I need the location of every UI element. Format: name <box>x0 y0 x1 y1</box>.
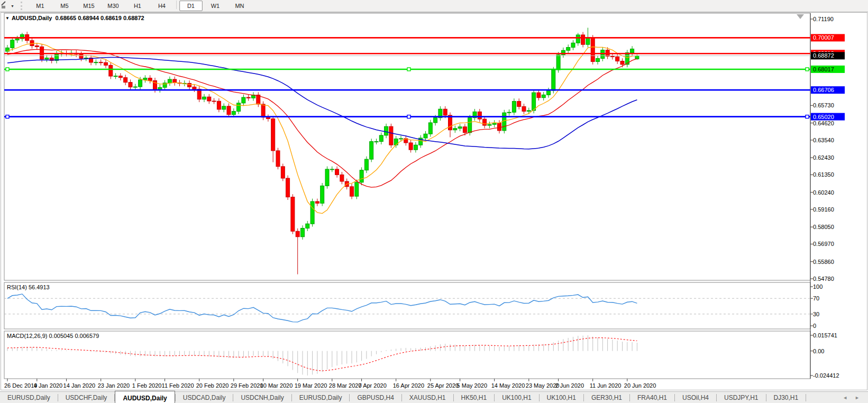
chart-tab-xauusd-h1[interactable]: XAUUSD,H1 <box>402 392 453 403</box>
svg-text:1 Feb 2020: 1 Feb 2020 <box>132 382 162 389</box>
chart-tab-hk50-h1[interactable]: HK50,H1 <box>454 392 495 403</box>
chart-tab-uk100-h1[interactable]: UK100,H1 <box>540 392 583 403</box>
svg-text:0: 0 <box>813 323 816 329</box>
svg-text:0.68017: 0.68017 <box>813 66 834 72</box>
svg-text:0.64620: 0.64620 <box>813 120 834 126</box>
svg-text:0.015741: 0.015741 <box>813 332 837 338</box>
svg-text:11 Feb 2020: 11 Feb 2020 <box>162 382 194 389</box>
chart-tab-ger30-h1[interactable]: GER30,H1 <box>584 392 629 403</box>
svg-text:70: 70 <box>813 295 819 301</box>
svg-text:14 Jan 2020: 14 Jan 2020 <box>63 382 96 389</box>
svg-text:2 Jun 2020: 2 Jun 2020 <box>555 382 584 389</box>
svg-text:10 Mar 2020: 10 Mar 2020 <box>260 382 293 389</box>
svg-text:0.70007: 0.70007 <box>813 34 834 41</box>
svg-text:14 May 2020: 14 May 2020 <box>491 382 525 389</box>
date-axis: 26 Dec 20194 Jan 202014 Jan 202023 Jan 2… <box>4 379 656 389</box>
svg-text:0.54780: 0.54780 <box>813 276 834 282</box>
svg-text:28 Mar 2020: 28 Mar 2020 <box>329 382 362 389</box>
svg-text:0.60240: 0.60240 <box>813 189 834 196</box>
svg-text:-0.024412: -0.024412 <box>813 372 839 379</box>
svg-text:0.61350: 0.61350 <box>813 171 834 178</box>
chart-tab-usdcad-daily[interactable]: USDCAD,Daily <box>176 392 233 403</box>
chart-tab-fra40-h1[interactable]: FRA40,H1 <box>630 392 674 403</box>
svg-text:29 Feb 2020: 29 Feb 2020 <box>231 382 263 389</box>
chart-tab-usdjpy-h1[interactable]: USDJPY,H1 <box>717 392 765 403</box>
svg-text:0.59160: 0.59160 <box>813 206 834 213</box>
mt4-window: { "toolbar": { "timeframes": ["M1","M5",… <box>0 0 868 403</box>
chart-title-text: AUDUSD,Daily 0.68665 0.68944 0.68619 0.6… <box>12 15 144 21</box>
svg-text:0.66706: 0.66706 <box>813 87 834 93</box>
tab-separator <box>806 394 806 401</box>
chart-tab-eurusd-daily[interactable]: EURUSD,Daily <box>292 392 350 403</box>
chart-tab-bar: EURUSD,DailyUSDCHF,DailyAUDUSD,DailyUSDC… <box>0 391 868 403</box>
svg-text:7 Apr 2020: 7 Apr 2020 <box>359 382 387 389</box>
svg-text:4 Jan 2020: 4 Jan 2020 <box>34 382 62 389</box>
svg-text:0.71190: 0.71190 <box>813 16 834 22</box>
svg-text:23 May 2020: 23 May 2020 <box>526 382 560 389</box>
tabs-scroll-right-icon[interactable]: ► <box>855 395 860 400</box>
svg-text:0.55860: 0.55860 <box>813 259 834 265</box>
svg-text:19 Mar 2020: 19 Mar 2020 <box>295 382 327 389</box>
svg-text:20 Feb 2020: 20 Feb 2020 <box>196 382 229 389</box>
chart-tab-uk100-h1[interactable]: UK100,H1 <box>495 392 538 403</box>
svg-text:11 Jun 2020: 11 Jun 2020 <box>590 382 622 389</box>
chart-tab-gbpusd-h4[interactable]: GBPUSD,H4 <box>350 392 401 403</box>
svg-text:25 Apr 2020: 25 Apr 2020 <box>427 382 459 389</box>
svg-text:0.65730: 0.65730 <box>813 102 834 108</box>
svg-text:23 Jan 2020: 23 Jan 2020 <box>98 382 130 389</box>
svg-text:20 Jun 2020: 20 Jun 2020 <box>624 382 656 389</box>
tab-scroll-controls: ◄ ► <box>834 392 868 403</box>
svg-text:0.56970: 0.56970 <box>813 241 834 247</box>
svg-text:16 Apr 2020: 16 Apr 2020 <box>393 382 424 389</box>
svg-text:30: 30 <box>813 311 819 317</box>
tabs-scroll-left-icon[interactable]: ◄ <box>843 395 847 400</box>
chart-tab-audusd-daily[interactable]: AUDUSD,Daily <box>115 391 175 403</box>
svg-text:0.00: 0.00 <box>813 348 824 354</box>
svg-text:0.63540: 0.63540 <box>813 137 834 143</box>
chart-tabs: EURUSD,DailyUSDCHF,DailyAUDUSD,DailyUSDC… <box>0 392 806 403</box>
chart-canvas[interactable]: 0.700070.690100.680170.667060.65020 0.68… <box>0 0 868 391</box>
chart-tab-usoil-h4[interactable]: USOil,H4 <box>675 392 716 403</box>
symbol-dropdown-icon[interactable]: ▼ <box>5 16 10 21</box>
chart-title: ▼AUDUSD,Daily 0.68665 0.68944 0.68619 0.… <box>5 15 144 21</box>
svg-text:0.65020: 0.65020 <box>813 114 834 120</box>
chart-tab-dj30-h1[interactable]: DJ30,H1 <box>766 392 806 403</box>
chart-tab-usdchf-daily[interactable]: USDCHF,Daily <box>58 392 115 403</box>
chart-tab-usdcnh-daily[interactable]: USDCNH,Daily <box>233 392 291 403</box>
svg-text:0.62430: 0.62430 <box>813 154 834 161</box>
svg-text:26 Dec 2019: 26 Dec 2019 <box>4 382 37 389</box>
svg-text:0.68872: 0.68872 <box>813 52 834 59</box>
chart-tab-eurusd-daily[interactable]: EURUSD,Daily <box>0 392 58 403</box>
macd-indicator-label: MACD(12,26,9) 0.005045 0.006579 <box>7 333 99 339</box>
rsi-indicator-label: RSI(14) 56.4913 <box>7 284 50 290</box>
svg-text:5 May 2020: 5 May 2020 <box>457 382 487 389</box>
svg-text:100: 100 <box>813 283 823 290</box>
svg-text:0.58050: 0.58050 <box>813 224 834 230</box>
